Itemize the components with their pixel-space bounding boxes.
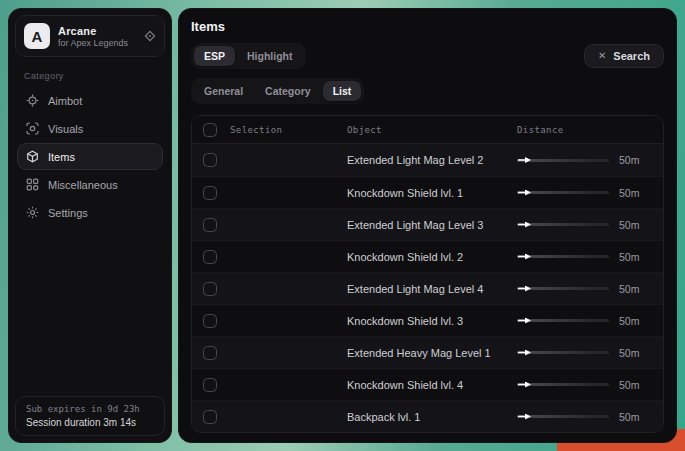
sidebar-item-label: Items bbox=[48, 151, 75, 163]
tab-category[interactable]: Category bbox=[255, 81, 321, 101]
sidebar-item-settings[interactable]: Settings bbox=[17, 199, 163, 226]
distance-slider[interactable] bbox=[517, 251, 609, 263]
column-header-distance: Distance bbox=[517, 125, 664, 135]
tab-highlight[interactable]: Highlight bbox=[237, 46, 303, 66]
table-row: Knockdown Shield lvl. 1 50m bbox=[192, 176, 663, 208]
distance-value: 50m bbox=[619, 379, 639, 391]
sidebar-section-label: Category bbox=[24, 71, 165, 81]
table-row: Extended Light Mag Level 4 50m bbox=[192, 272, 663, 304]
table-row: Knockdown Shield lvl. 3 50m bbox=[192, 304, 663, 336]
pin-icon[interactable] bbox=[144, 30, 156, 42]
grid-icon bbox=[26, 178, 39, 191]
distance-slider[interactable] bbox=[517, 187, 609, 199]
main-panel: Items ESP Highlight ✕ Search General Cat… bbox=[178, 8, 677, 443]
distance-slider[interactable] bbox=[517, 379, 609, 391]
column-header-selection: Selection bbox=[230, 125, 282, 135]
sub-expiry-text: Sub expires in 9d 23h bbox=[26, 404, 154, 414]
distance-slider[interactable] bbox=[517, 411, 609, 423]
table-row: Knockdown Shield lvl. 4 50m bbox=[192, 368, 663, 400]
mode-tabs: ESP Highlight bbox=[191, 43, 306, 69]
table-row: Extended Heavy Mag Level 1 50m bbox=[192, 336, 663, 368]
sidebar-item-label: Visuals bbox=[48, 123, 83, 135]
object-name: Knockdown Shield lvl. 3 bbox=[347, 315, 517, 327]
distance-slider[interactable] bbox=[517, 347, 609, 359]
object-name: Knockdown Shield lvl. 2 bbox=[347, 251, 517, 263]
sidebar-item-miscellaneous[interactable]: Miscellaneous bbox=[17, 171, 163, 198]
distance-value: 50m bbox=[619, 411, 639, 423]
app-logo: A bbox=[24, 23, 50, 49]
distance-slider[interactable] bbox=[517, 315, 609, 327]
page-title: Items bbox=[191, 19, 664, 34]
table-row: Extended Light Mag Level 3 50m bbox=[192, 208, 663, 240]
row-checkbox[interactable] bbox=[203, 378, 217, 392]
sidebar-item-label: Settings bbox=[48, 207, 88, 219]
app-logo-card: A Arcane for Apex Legends bbox=[15, 15, 165, 57]
table-body: Extended Light Mag Level 2 50m Knockdown… bbox=[192, 144, 663, 432]
session-duration-text: Session duration 3m 14s bbox=[26, 417, 154, 428]
distance-value: 50m bbox=[619, 315, 639, 327]
distance-slider[interactable] bbox=[517, 219, 609, 231]
table-row: Backpack lvl. 1 50m bbox=[192, 400, 663, 432]
row-checkbox[interactable] bbox=[203, 218, 217, 232]
crosshair-icon bbox=[26, 94, 39, 107]
distance-value: 50m bbox=[619, 251, 639, 263]
object-name: Knockdown Shield lvl. 4 bbox=[347, 379, 517, 391]
view-tabs: General Category List bbox=[191, 78, 364, 104]
app-name: Arcane bbox=[58, 25, 136, 37]
distance-value: 50m bbox=[619, 347, 639, 359]
items-table: Selection Object Distance Color Extended… bbox=[191, 115, 664, 433]
table-row: Knockdown Shield lvl. 2 50m bbox=[192, 240, 663, 272]
sidebar-item-label: Miscellaneous bbox=[48, 179, 118, 191]
distance-value: 50m bbox=[619, 219, 639, 231]
object-name: Knockdown Shield lvl. 1 bbox=[347, 187, 517, 199]
tab-esp[interactable]: ESP bbox=[194, 46, 235, 66]
distance-value: 50m bbox=[619, 154, 639, 166]
distance-value: 50m bbox=[619, 283, 639, 295]
app-subtitle: for Apex Legends bbox=[58, 38, 136, 48]
slider-thumb[interactable] bbox=[518, 157, 531, 164]
eye-scan-icon bbox=[26, 122, 39, 135]
row-checkbox[interactable] bbox=[203, 314, 217, 328]
object-name: Extended Light Mag Level 4 bbox=[347, 283, 517, 295]
object-name: Extended Light Mag Level 3 bbox=[347, 219, 517, 231]
row-checkbox[interactable] bbox=[203, 410, 217, 424]
table-header-row: Selection Object Distance Color bbox=[192, 116, 663, 144]
sidebar-item-aimbot[interactable]: Aimbot bbox=[17, 87, 163, 114]
distance-value: 50m bbox=[619, 187, 639, 199]
distance-slider[interactable] bbox=[517, 283, 609, 295]
object-name: Backpack lvl. 1 bbox=[347, 411, 517, 423]
sidebar-item-label: Aimbot bbox=[48, 95, 82, 107]
box-icon bbox=[26, 150, 39, 163]
sidebar-item-visuals[interactable]: Visuals bbox=[17, 115, 163, 142]
tab-list[interactable]: List bbox=[323, 81, 362, 101]
search-button-label: Search bbox=[613, 50, 650, 62]
row-checkbox[interactable] bbox=[203, 153, 217, 167]
select-all-checkbox[interactable] bbox=[203, 123, 217, 137]
x-icon: ✕ bbox=[598, 51, 606, 61]
sidebar-item-items[interactable]: Items bbox=[17, 143, 163, 170]
column-header-object: Object bbox=[347, 125, 517, 135]
tab-general[interactable]: General bbox=[194, 81, 253, 101]
table-row: Extended Light Mag Level 2 50m bbox=[192, 144, 663, 176]
row-checkbox[interactable] bbox=[203, 186, 217, 200]
sidebar: A Arcane for Apex Legends Category Aimbo… bbox=[8, 8, 172, 443]
object-name: Extended Light Mag Level 2 bbox=[347, 154, 517, 166]
search-button[interactable]: ✕ Search bbox=[584, 44, 664, 68]
row-checkbox[interactable] bbox=[203, 346, 217, 360]
row-checkbox[interactable] bbox=[203, 250, 217, 264]
subscription-status-card: Sub expires in 9d 23h Session duration 3… bbox=[15, 396, 165, 436]
row-checkbox[interactable] bbox=[203, 282, 217, 296]
gear-icon bbox=[26, 206, 39, 219]
object-name: Extended Heavy Mag Level 1 bbox=[347, 347, 517, 359]
distance-slider[interactable] bbox=[517, 154, 609, 166]
